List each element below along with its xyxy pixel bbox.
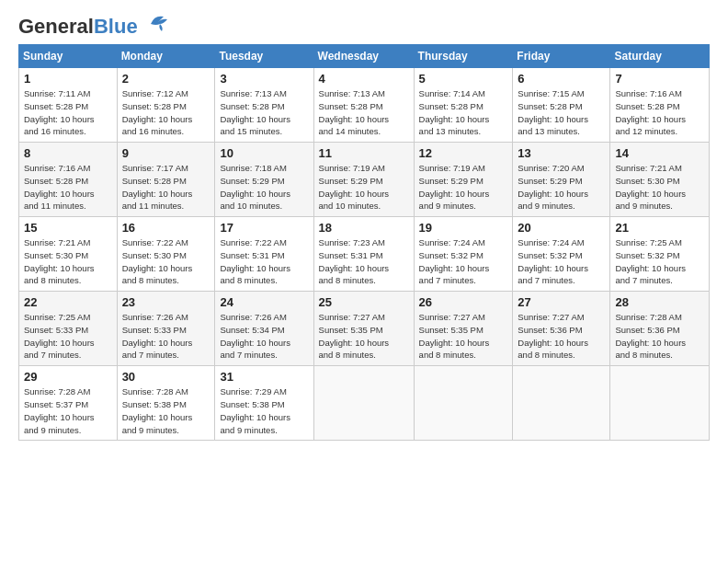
day-info: Sunrise: 7:25 AM Sunset: 5:33 PM Dayligh… bbox=[24, 311, 112, 362]
day-number: 14 bbox=[615, 146, 704, 160]
day-number: 11 bbox=[319, 146, 409, 160]
day-info: Sunrise: 7:28 AM Sunset: 5:37 PM Dayligh… bbox=[24, 385, 112, 436]
calendar-cell bbox=[610, 366, 710, 441]
calendar-cell: 12Sunrise: 7:19 AM Sunset: 5:29 PM Dayli… bbox=[414, 143, 513, 217]
day-info: Sunrise: 7:20 AM Sunset: 5:29 PM Dayligh… bbox=[518, 162, 605, 213]
calendar-cell: 25Sunrise: 7:27 AM Sunset: 5:35 PM Dayli… bbox=[313, 292, 414, 366]
weekday-header-thursday: Thursday bbox=[414, 45, 513, 68]
day-number: 24 bbox=[220, 295, 308, 309]
calendar-week-row: 15Sunrise: 7:21 AM Sunset: 5:30 PM Dayli… bbox=[19, 217, 710, 292]
day-info: Sunrise: 7:24 AM Sunset: 5:32 PM Dayligh… bbox=[419, 236, 508, 287]
weekday-header-saturday: Saturday bbox=[610, 45, 710, 68]
day-number: 25 bbox=[319, 295, 409, 309]
calendar-cell bbox=[414, 366, 513, 441]
day-info: Sunrise: 7:19 AM Sunset: 5:29 PM Dayligh… bbox=[419, 162, 508, 213]
day-number: 10 bbox=[220, 146, 308, 160]
day-number: 23 bbox=[122, 295, 210, 309]
day-number: 19 bbox=[419, 221, 508, 235]
weekday-header-tuesday: Tuesday bbox=[215, 45, 313, 68]
calendar-cell: 20Sunrise: 7:24 AM Sunset: 5:32 PM Dayli… bbox=[513, 217, 610, 292]
day-info: Sunrise: 7:21 AM Sunset: 5:30 PM Dayligh… bbox=[615, 162, 704, 213]
day-info: Sunrise: 7:28 AM Sunset: 5:36 PM Dayligh… bbox=[615, 311, 704, 362]
logo-text: GeneralBlue bbox=[18, 17, 138, 37]
calendar-cell: 28Sunrise: 7:28 AM Sunset: 5:36 PM Dayli… bbox=[610, 292, 710, 366]
calendar-cell: 4Sunrise: 7:13 AM Sunset: 5:28 PM Daylig… bbox=[313, 68, 414, 143]
calendar-cell: 31Sunrise: 7:29 AM Sunset: 5:38 PM Dayli… bbox=[215, 366, 313, 441]
header: GeneralBlue bbox=[18, 17, 710, 37]
day-number: 31 bbox=[220, 370, 308, 384]
calendar-cell: 8Sunrise: 7:16 AM Sunset: 5:28 PM Daylig… bbox=[19, 143, 118, 217]
day-number: 7 bbox=[615, 72, 704, 86]
day-info: Sunrise: 7:29 AM Sunset: 5:38 PM Dayligh… bbox=[220, 385, 308, 436]
day-number: 1 bbox=[24, 72, 112, 86]
day-info: Sunrise: 7:28 AM Sunset: 5:38 PM Dayligh… bbox=[122, 385, 210, 436]
day-info: Sunrise: 7:13 AM Sunset: 5:28 PM Dayligh… bbox=[220, 87, 308, 138]
day-number: 15 bbox=[24, 221, 112, 235]
calendar-cell: 27Sunrise: 7:27 AM Sunset: 5:36 PM Dayli… bbox=[513, 292, 610, 366]
weekday-header-wednesday: Wednesday bbox=[313, 45, 414, 68]
calendar-cell: 7Sunrise: 7:16 AM Sunset: 5:28 PM Daylig… bbox=[610, 68, 710, 143]
calendar-cell: 17Sunrise: 7:22 AM Sunset: 5:31 PM Dayli… bbox=[215, 217, 313, 292]
calendar-cell: 16Sunrise: 7:22 AM Sunset: 5:30 PM Dayli… bbox=[117, 217, 215, 292]
logo-blue: Blue bbox=[94, 15, 138, 38]
day-info: Sunrise: 7:25 AM Sunset: 5:32 PM Dayligh… bbox=[615, 236, 704, 287]
day-number: 27 bbox=[518, 295, 605, 309]
day-number: 22 bbox=[24, 295, 112, 309]
calendar-table: SundayMondayTuesdayWednesdayThursdayFrid… bbox=[18, 44, 710, 441]
calendar-cell: 22Sunrise: 7:25 AM Sunset: 5:33 PM Dayli… bbox=[19, 292, 118, 366]
calendar-cell: 30Sunrise: 7:28 AM Sunset: 5:38 PM Dayli… bbox=[117, 366, 215, 441]
page: GeneralBlue SundayMondayTuesdayWednesday… bbox=[0, 0, 728, 563]
day-info: Sunrise: 7:17 AM Sunset: 5:28 PM Dayligh… bbox=[122, 162, 210, 213]
day-info: Sunrise: 7:22 AM Sunset: 5:31 PM Dayligh… bbox=[220, 236, 308, 287]
day-number: 2 bbox=[122, 72, 210, 86]
calendar-cell bbox=[313, 366, 414, 441]
day-info: Sunrise: 7:11 AM Sunset: 5:28 PM Dayligh… bbox=[24, 87, 112, 138]
calendar-cell: 5Sunrise: 7:14 AM Sunset: 5:28 PM Daylig… bbox=[414, 68, 513, 143]
calendar-cell: 15Sunrise: 7:21 AM Sunset: 5:30 PM Dayli… bbox=[19, 217, 118, 292]
day-number: 18 bbox=[319, 221, 409, 235]
calendar-cell: 10Sunrise: 7:18 AM Sunset: 5:29 PM Dayli… bbox=[215, 143, 313, 217]
day-info: Sunrise: 7:26 AM Sunset: 5:33 PM Dayligh… bbox=[122, 311, 210, 362]
day-number: 26 bbox=[419, 295, 508, 309]
day-number: 9 bbox=[122, 146, 210, 160]
calendar-week-row: 1Sunrise: 7:11 AM Sunset: 5:28 PM Daylig… bbox=[19, 68, 710, 143]
calendar-cell: 23Sunrise: 7:26 AM Sunset: 5:33 PM Dayli… bbox=[117, 292, 215, 366]
calendar-cell: 11Sunrise: 7:19 AM Sunset: 5:29 PM Dayli… bbox=[313, 143, 414, 217]
calendar-cell: 13Sunrise: 7:20 AM Sunset: 5:29 PM Dayli… bbox=[513, 143, 610, 217]
logo: GeneralBlue bbox=[18, 17, 171, 37]
day-info: Sunrise: 7:16 AM Sunset: 5:28 PM Dayligh… bbox=[24, 162, 112, 213]
day-info: Sunrise: 7:14 AM Sunset: 5:28 PM Dayligh… bbox=[419, 87, 508, 138]
day-number: 30 bbox=[122, 370, 210, 384]
day-number: 12 bbox=[419, 146, 508, 160]
day-number: 17 bbox=[220, 221, 308, 235]
day-number: 21 bbox=[615, 221, 704, 235]
day-number: 4 bbox=[319, 72, 409, 86]
day-info: Sunrise: 7:15 AM Sunset: 5:28 PM Dayligh… bbox=[518, 87, 605, 138]
day-number: 16 bbox=[122, 221, 210, 235]
day-number: 8 bbox=[24, 146, 112, 160]
calendar-cell: 21Sunrise: 7:25 AM Sunset: 5:32 PM Dayli… bbox=[610, 217, 710, 292]
day-info: Sunrise: 7:26 AM Sunset: 5:34 PM Dayligh… bbox=[220, 311, 308, 362]
calendar-cell: 9Sunrise: 7:17 AM Sunset: 5:28 PM Daylig… bbox=[117, 143, 215, 217]
calendar-cell: 14Sunrise: 7:21 AM Sunset: 5:30 PM Dayli… bbox=[610, 143, 710, 217]
day-number: 13 bbox=[518, 146, 605, 160]
calendar-week-row: 8Sunrise: 7:16 AM Sunset: 5:28 PM Daylig… bbox=[19, 143, 710, 217]
day-info: Sunrise: 7:19 AM Sunset: 5:29 PM Dayligh… bbox=[319, 162, 409, 213]
day-info: Sunrise: 7:22 AM Sunset: 5:30 PM Dayligh… bbox=[122, 236, 210, 287]
bird-icon bbox=[143, 11, 171, 33]
calendar-cell bbox=[513, 366, 610, 441]
day-info: Sunrise: 7:21 AM Sunset: 5:30 PM Dayligh… bbox=[24, 236, 112, 287]
calendar-cell: 29Sunrise: 7:28 AM Sunset: 5:37 PM Dayli… bbox=[19, 366, 118, 441]
calendar-week-row: 29Sunrise: 7:28 AM Sunset: 5:37 PM Dayli… bbox=[19, 366, 710, 441]
calendar-cell: 19Sunrise: 7:24 AM Sunset: 5:32 PM Dayli… bbox=[414, 217, 513, 292]
calendar-cell: 6Sunrise: 7:15 AM Sunset: 5:28 PM Daylig… bbox=[513, 68, 610, 143]
day-number: 6 bbox=[518, 72, 605, 86]
day-info: Sunrise: 7:18 AM Sunset: 5:29 PM Dayligh… bbox=[220, 162, 308, 213]
day-info: Sunrise: 7:12 AM Sunset: 5:28 PM Dayligh… bbox=[122, 87, 210, 138]
calendar-cell: 2Sunrise: 7:12 AM Sunset: 5:28 PM Daylig… bbox=[117, 68, 215, 143]
calendar-cell: 26Sunrise: 7:27 AM Sunset: 5:35 PM Dayli… bbox=[414, 292, 513, 366]
day-info: Sunrise: 7:13 AM Sunset: 5:28 PM Dayligh… bbox=[319, 87, 409, 138]
weekday-header-friday: Friday bbox=[513, 45, 610, 68]
day-number: 3 bbox=[220, 72, 308, 86]
weekday-header-sunday: Sunday bbox=[19, 45, 118, 68]
